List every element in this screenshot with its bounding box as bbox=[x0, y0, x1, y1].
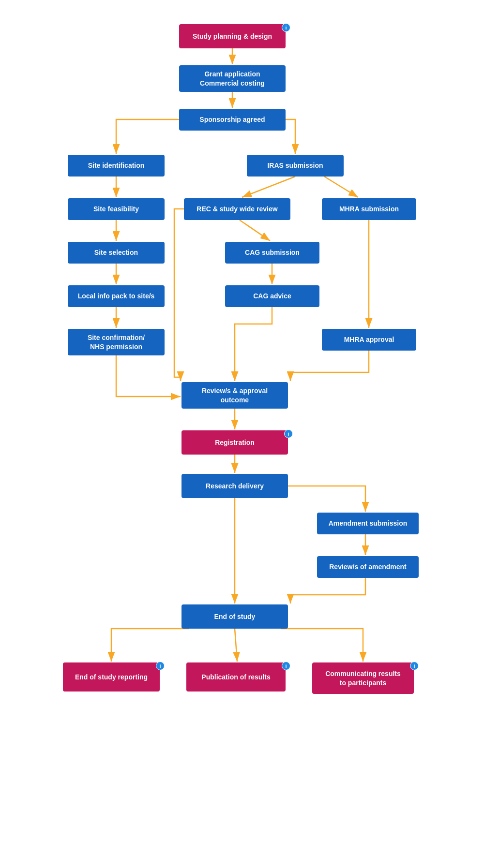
study-planning-node: Study planning & design bbox=[179, 24, 286, 48]
svg-line-9 bbox=[240, 220, 270, 241]
local-info-node: Local info pack to site/s bbox=[68, 285, 165, 307]
communicating-results-info-badge[interactable]: i bbox=[410, 662, 419, 670]
mhra-submission-node: MHRA submission bbox=[322, 198, 416, 220]
amendment-submission-node: Amendment submission bbox=[317, 513, 419, 534]
site-confirmation-node: Site confirmation/NHS permission bbox=[68, 329, 165, 355]
publication-results-info-badge[interactable]: i bbox=[282, 662, 290, 670]
end-of-study-node: End of study bbox=[182, 604, 288, 629]
registration-info-badge[interactable]: i bbox=[284, 429, 293, 438]
cag-submission-node: CAG submission bbox=[225, 242, 319, 264]
svg-line-16 bbox=[235, 629, 237, 662]
end-of-study-reporting-info-badge[interactable]: i bbox=[156, 662, 165, 670]
grant-application-node: Grant applicationCommercial costing bbox=[179, 65, 286, 92]
rec-review-node: REC & study wide review bbox=[184, 198, 290, 220]
end-of-study-reporting-node: End of study reporting bbox=[63, 662, 160, 691]
site-identification-node: Site identification bbox=[68, 155, 165, 177]
iras-submission-node: IRAS submission bbox=[247, 155, 344, 177]
communicating-results-node: Communicating resultsto participants bbox=[312, 662, 414, 694]
review-approval-node: Review/s & approvaloutcome bbox=[182, 382, 288, 409]
svg-line-7 bbox=[242, 177, 295, 197]
flowchart-diagram: Study planning & design i Grant applicat… bbox=[53, 10, 431, 858]
site-feasibility-node: Site feasibility bbox=[68, 198, 165, 220]
publication-results-node: Publication of results bbox=[186, 662, 286, 691]
site-selection-node: Site selection bbox=[68, 242, 165, 264]
sponsorship-node: Sponsorship agreed bbox=[179, 109, 286, 131]
review-amendment-node: Review/s of amendment bbox=[317, 556, 419, 578]
research-delivery-node: Research delivery bbox=[182, 474, 288, 498]
mhra-approval-node: MHRA approval bbox=[322, 329, 416, 351]
study-planning-info-badge[interactable]: i bbox=[282, 23, 290, 32]
cag-advice-node: CAG advice bbox=[225, 285, 319, 307]
registration-node: Registration bbox=[182, 430, 288, 455]
svg-line-8 bbox=[324, 177, 358, 197]
